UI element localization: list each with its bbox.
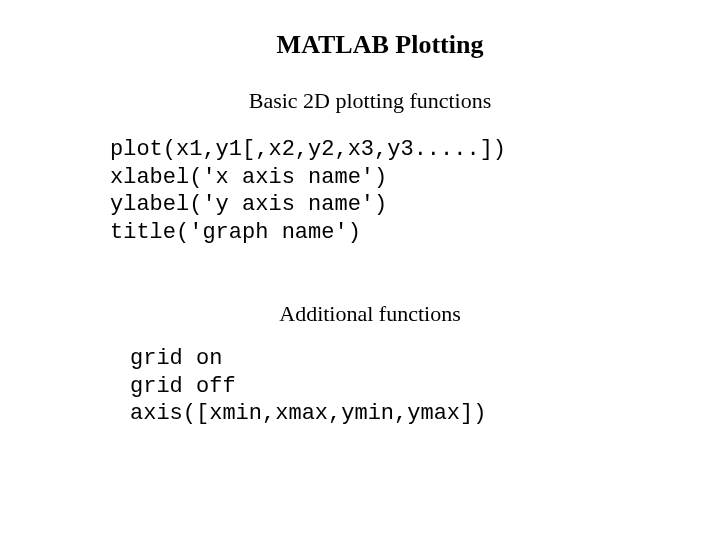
code-block-basic: plot(x1,y1[,x2,y2,x3,y3.....]) xlabel('x…	[110, 136, 620, 246]
code-block-additional: grid on grid off axis([xmin,xmax,ymin,ym…	[130, 345, 620, 428]
section-heading-basic: Basic 2D plotting functions	[100, 88, 620, 114]
section-heading-additional: Additional functions	[100, 301, 620, 327]
page-title: MATLAB Plotting	[100, 30, 620, 60]
